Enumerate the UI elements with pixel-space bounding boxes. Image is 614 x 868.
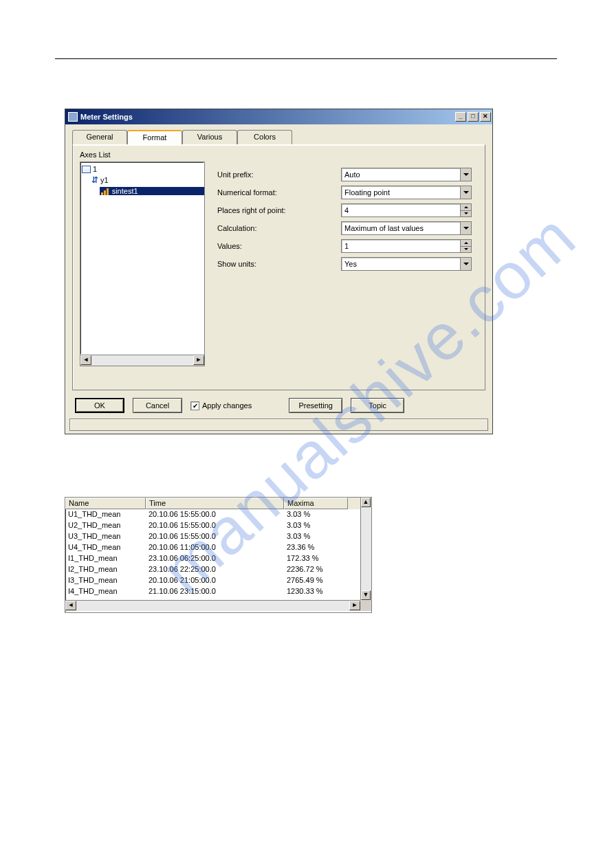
- scroll-left-icon[interactable]: ◄: [80, 355, 91, 365]
- cell-maxima: 3.03 %: [284, 520, 348, 531]
- tabstrip: General Format Various Colors: [72, 130, 485, 145]
- cell-maxima: 3.03 %: [284, 509, 348, 520]
- cell-time: 21.10.06 23:15:00.0: [146, 586, 284, 597]
- page-rule: [55, 58, 557, 59]
- table-icon: [82, 166, 91, 173]
- format-form: Unit prefix: Auto Numerical format: Floa…: [217, 166, 479, 273]
- minimize-button[interactable]: _: [455, 112, 466, 122]
- checkbox-icon[interactable]: ✔: [190, 401, 199, 410]
- tree-root-label: 1: [93, 165, 97, 173]
- cell-maxima: 1230.33 %: [284, 586, 348, 597]
- calculation-value: Maximum of last values: [344, 224, 424, 232]
- cell-name: U1_THD_mean: [65, 509, 146, 520]
- tab-format[interactable]: Format: [127, 130, 182, 144]
- cell-time: 20.10.06 21:05:00.0: [146, 575, 284, 586]
- chevron-down-icon[interactable]: [460, 258, 471, 270]
- chevron-down-icon[interactable]: [460, 222, 471, 234]
- cell-time: 20.10.06 11:05:00.0: [146, 542, 284, 553]
- axes-tree[interactable]: 1 ⇵ y1 sintest1: [80, 162, 205, 355]
- window-title: Meter Settings: [80, 113, 133, 121]
- cell-maxima: 23.36 %: [284, 542, 348, 553]
- scroll-down-icon[interactable]: ▼: [361, 590, 371, 600]
- table-row[interactable]: I2_THD_mean23.10.06 22:25:00.02236.72 %: [65, 564, 360, 575]
- table-row[interactable]: I1_THD_mean23.10.06 06:25:00.0172.33 %: [65, 553, 360, 564]
- show-units-label: Show units:: [217, 260, 341, 268]
- cell-maxima: 3.03 %: [284, 531, 348, 542]
- cell-name: U3_THD_mean: [65, 531, 146, 542]
- cell-maxima: 2236.72 %: [284, 564, 348, 575]
- tree-root[interactable]: 1: [82, 164, 204, 175]
- presetting-button[interactable]: Presetting: [289, 398, 342, 413]
- cell-time: 20.10.06 15:55:00.0: [146, 520, 284, 531]
- results-listview[interactable]: Name Time Maxima U1_THD_mean20.10.06 15:…: [65, 497, 372, 613]
- values-value: 1: [344, 242, 349, 250]
- cell-time: 20.10.06 15:55:00.0: [146, 509, 284, 520]
- unit-prefix-value: Auto: [344, 170, 360, 179]
- spin-up-icon[interactable]: [460, 204, 471, 211]
- cell-maxima: 2765.49 %: [284, 575, 348, 586]
- spin-down-icon[interactable]: [460, 211, 471, 217]
- calculation-select[interactable]: Maximum of last values: [341, 221, 472, 235]
- table-row[interactable]: I4_THD_mean21.10.06 23:15:00.01230.33 %: [65, 586, 360, 597]
- table-row[interactable]: U2_THD_mean20.10.06 15:55:00.03.03 %: [65, 520, 360, 531]
- scroll-right-icon[interactable]: ►: [349, 601, 360, 610]
- show-units-select[interactable]: Yes: [341, 257, 472, 271]
- topic-button[interactable]: Topic: [351, 398, 404, 413]
- table-row[interactable]: I3_THD_mean20.10.06 21:05:00.02765.49 %: [65, 575, 360, 586]
- table-row[interactable]: U1_THD_mean20.10.06 15:55:00.03.03 %: [65, 509, 360, 520]
- calculation-label: Calculation:: [217, 224, 341, 232]
- scroll-up-icon[interactable]: ▲: [361, 498, 371, 507]
- tree-signal-label: sintest1: [112, 187, 138, 195]
- bars-icon: [101, 188, 110, 195]
- dialog-button-row: OK Cancel ✔ Apply changes Presetting Top…: [72, 397, 485, 414]
- tab-colors[interactable]: Colors: [237, 130, 292, 144]
- values-label: Values:: [217, 242, 341, 250]
- tree-axis-label: y1: [100, 176, 109, 184]
- app-icon: [68, 112, 78, 122]
- unit-prefix-select[interactable]: Auto: [341, 168, 472, 181]
- cell-name: I4_THD_mean: [65, 586, 146, 597]
- chevron-down-icon[interactable]: [460, 168, 471, 181]
- listview-body[interactable]: U1_THD_mean20.10.06 15:55:00.03.03 %U2_T…: [65, 509, 360, 600]
- cell-name: U4_THD_mean: [65, 542, 146, 553]
- maximize-button[interactable]: □: [468, 112, 479, 122]
- cancel-button[interactable]: Cancel: [133, 398, 182, 413]
- spin-down-icon[interactable]: [460, 247, 471, 253]
- cell-time: 23.10.06 22:25:00.0: [146, 564, 284, 575]
- apply-changes-checkbox[interactable]: ✔ Apply changes: [190, 401, 252, 410]
- values-spinner[interactable]: 1: [341, 239, 472, 253]
- col-maxima[interactable]: Maxima: [284, 498, 348, 509]
- places-label: Places right of point:: [217, 206, 341, 214]
- spin-up-icon[interactable]: [460, 240, 471, 247]
- table-row[interactable]: U3_THD_mean20.10.06 15:55:00.03.03 %: [65, 531, 360, 542]
- cell-time: 20.10.06 15:55:00.0: [146, 531, 284, 542]
- meter-settings-dialog: Meter Settings _ □ ✕ General Format Vari…: [65, 109, 493, 434]
- cell-maxima: 172.33 %: [284, 553, 348, 564]
- scroll-left-icon[interactable]: ◄: [65, 601, 76, 610]
- close-button[interactable]: ✕: [480, 112, 491, 122]
- places-spinner[interactable]: 4: [341, 203, 472, 217]
- axes-list-label: Axes List: [80, 151, 478, 159]
- listview-hscrollbar[interactable]: ◄ ►: [65, 600, 360, 611]
- listview-vscrollbar[interactable]: ▲ ▼: [360, 498, 371, 600]
- tab-various[interactable]: Various: [182, 130, 237, 144]
- apply-changes-label: Apply changes: [202, 401, 252, 410]
- chevron-down-icon[interactable]: [460, 186, 471, 199]
- col-name[interactable]: Name: [65, 498, 146, 509]
- tab-general[interactable]: General: [72, 130, 127, 144]
- num-format-select[interactable]: Floating point: [341, 186, 472, 199]
- tree-signal[interactable]: sintest1: [82, 186, 204, 197]
- col-time[interactable]: Time: [146, 498, 284, 509]
- ok-button[interactable]: OK: [75, 398, 124, 413]
- unit-prefix-label: Unit prefix:: [217, 170, 341, 179]
- tree-hscrollbar[interactable]: ◄ ►: [80, 355, 205, 366]
- scroll-right-icon[interactable]: ►: [193, 355, 204, 365]
- titlebar[interactable]: Meter Settings _ □ ✕: [65, 109, 492, 124]
- scroll-corner: [360, 600, 371, 611]
- show-units-value: Yes: [344, 260, 357, 268]
- num-format-label: Numerical format:: [217, 188, 341, 197]
- table-row[interactable]: U4_THD_mean20.10.06 11:05:00.023.36 %: [65, 542, 360, 553]
- places-value: 4: [344, 206, 349, 214]
- num-format-value: Floating point: [344, 188, 390, 197]
- tree-axis[interactable]: ⇵ y1: [82, 175, 204, 186]
